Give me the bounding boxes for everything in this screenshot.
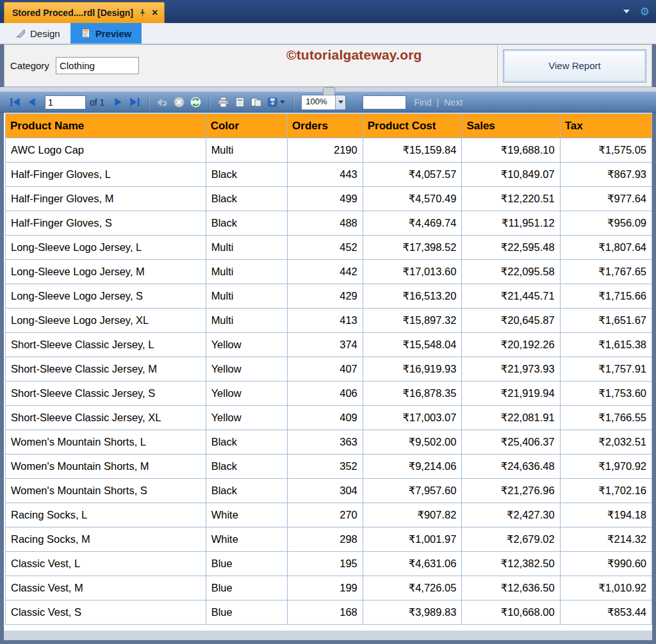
cell-orders: 406	[288, 382, 363, 406]
document-tab[interactable]: Stored Proced....rdl [Design] ×	[4, 2, 165, 23]
page-setup-button[interactable]	[248, 95, 265, 110]
cell-tax: ₹1,767.65	[560, 260, 652, 284]
table-row: Half-Finger Gloves, LBlack443₹4,057.57₹1…	[6, 163, 652, 187]
zoom-value: 100%	[302, 95, 335, 109]
tab-preview[interactable]: Preview	[70, 23, 142, 44]
cell-name: Short-Sleeve Classic Jersey, L	[6, 333, 206, 357]
cell-sales: ₹22,595.48	[462, 236, 560, 260]
stop-button[interactable]	[170, 95, 187, 110]
page-number-input[interactable]	[45, 95, 86, 109]
cell-name: Short-Sleeve Classic Jersey, S	[6, 382, 206, 406]
cell-color: Black	[206, 163, 287, 187]
cell-sales: ₹24,636.48	[462, 455, 560, 479]
cell-orders: 429	[288, 284, 363, 309]
close-icon[interactable]: ×	[152, 8, 158, 18]
cell-orders: 168	[288, 600, 363, 625]
column-header: Sales	[462, 114, 560, 138]
find-input[interactable]	[363, 95, 406, 109]
cell-cost: ₹16,513.20	[363, 284, 462, 309]
cell-cost: ₹17,013.60	[363, 260, 462, 284]
cell-tax: ₹990.60	[560, 552, 652, 576]
cell-orders: 488	[288, 211, 363, 236]
bottom-band	[4, 631, 652, 640]
cell-name: Long-Sleeve Logo Jersey, L	[6, 236, 206, 260]
export-button[interactable]	[265, 95, 288, 110]
next-link[interactable]: Next	[444, 97, 463, 108]
cell-cost: ₹16,919.93	[363, 357, 462, 382]
cell-sales: ₹2,427.30	[462, 503, 560, 527]
cell-name: Classic Vest, S	[6, 600, 206, 625]
cell-orders: 452	[288, 236, 363, 260]
cell-color: Multi	[206, 260, 287, 284]
cell-color: Black	[206, 211, 287, 236]
title-bar: Stored Proced....rdl [Design] × ⚙	[0, 0, 656, 23]
table-row: Classic Vest, LBlue195₹4,631.06₹12,382.5…	[6, 552, 652, 576]
cell-color: Blue	[206, 576, 287, 600]
cell-cost: ₹17,398.52	[363, 236, 462, 260]
cell-sales: ₹19,688.10	[462, 138, 560, 163]
cell-cost: ₹1,001.97	[363, 527, 462, 552]
print-button[interactable]	[215, 95, 231, 110]
cell-color: White	[206, 527, 287, 552]
cell-sales: ₹2,679.02	[462, 527, 560, 552]
cell-orders: 352	[288, 455, 363, 479]
table-row: Long-Sleeve Logo Jersey, SMulti429₹16,51…	[6, 284, 652, 309]
back-button[interactable]	[154, 95, 170, 110]
refresh-button[interactable]	[187, 95, 204, 110]
cell-cost: ₹3,989.83	[363, 600, 462, 625]
last-page-button[interactable]	[126, 95, 143, 110]
cell-tax: ₹977.64	[560, 187, 652, 211]
table-row: Long-Sleeve Logo Jersey, XLMulti413₹15,8…	[6, 309, 652, 333]
cell-cost: ₹907.82	[363, 503, 462, 527]
cell-cost: ₹15,897.32	[363, 309, 462, 333]
previous-page-button[interactable]	[23, 95, 40, 110]
cell-tax: ₹956.09	[560, 211, 652, 236]
cell-orders: 363	[288, 430, 363, 455]
pin-icon[interactable]	[139, 9, 146, 17]
toolbar-separator	[209, 95, 209, 109]
cell-name: Half-Finger Gloves, M	[6, 187, 206, 211]
cell-orders: 442	[288, 260, 363, 284]
table-row: Short-Sleeve Classic Jersey, XLYellow409…	[6, 406, 652, 430]
cell-orders: 2190	[288, 138, 363, 163]
cell-cost: ₹16,878.35	[363, 382, 462, 406]
cell-color: Multi	[206, 138, 287, 163]
toolbar-separator	[148, 95, 149, 109]
report-table-body: AWC Logo CapMulti2190₹15,159.84₹19,688.1…	[6, 138, 652, 625]
cell-orders: 374	[288, 333, 363, 357]
cell-orders: 298	[288, 527, 363, 552]
cell-orders: 413	[288, 309, 363, 333]
splitter-grip[interactable]	[323, 87, 335, 95]
tab-design-label: Design	[30, 28, 60, 39]
cell-color: Yellow	[206, 406, 287, 430]
toolbar-separator	[293, 95, 293, 109]
app-window: Stored Proced....rdl [Design] × ⚙ Design…	[0, 0, 656, 644]
next-page-button[interactable]	[110, 95, 126, 110]
cell-tax: ₹194.18	[560, 503, 652, 527]
table-row: Short-Sleeve Classic Jersey, MYellow407₹…	[6, 357, 652, 382]
cell-cost: ₹4,469.74	[363, 211, 462, 236]
gear-icon[interactable]: ⚙	[640, 6, 650, 17]
first-page-button[interactable]	[6, 95, 23, 110]
cell-name: Women's Mountain Shorts, L	[6, 430, 206, 455]
zoom-caret-icon[interactable]	[335, 95, 345, 109]
table-row: Half-Finger Gloves, MBlack499₹4,570.49₹1…	[6, 187, 652, 211]
view-report-button[interactable]: View Report	[503, 49, 646, 83]
cell-tax: ₹853.44	[560, 600, 652, 625]
design-icon	[15, 28, 26, 38]
table-row: AWC Logo CapMulti2190₹15,159.84₹19,688.1…	[6, 138, 652, 163]
chevron-down-icon[interactable]	[623, 10, 630, 13]
print-layout-button[interactable]	[231, 95, 248, 110]
tab-design[interactable]: Design	[5, 23, 70, 44]
category-input[interactable]	[56, 57, 139, 74]
cell-name: Women's Mountain Shorts, S	[6, 479, 206, 503]
cell-cost: ₹4,570.49	[363, 187, 462, 211]
cell-sales: ₹12,382.50	[462, 552, 560, 576]
zoom-dropdown[interactable]: 100%	[301, 95, 346, 110]
cell-tax: ₹1,615.38	[560, 333, 652, 357]
table-row: Short-Sleeve Classic Jersey, LYellow374₹…	[6, 333, 652, 357]
cell-cost: ₹7,957.60	[363, 479, 462, 503]
watermark: ©tutorialgateway.org	[286, 47, 422, 63]
report-table-head-row: Product NameColorOrdersProduct CostSales…	[6, 114, 652, 138]
find-link[interactable]: Find	[414, 97, 431, 108]
